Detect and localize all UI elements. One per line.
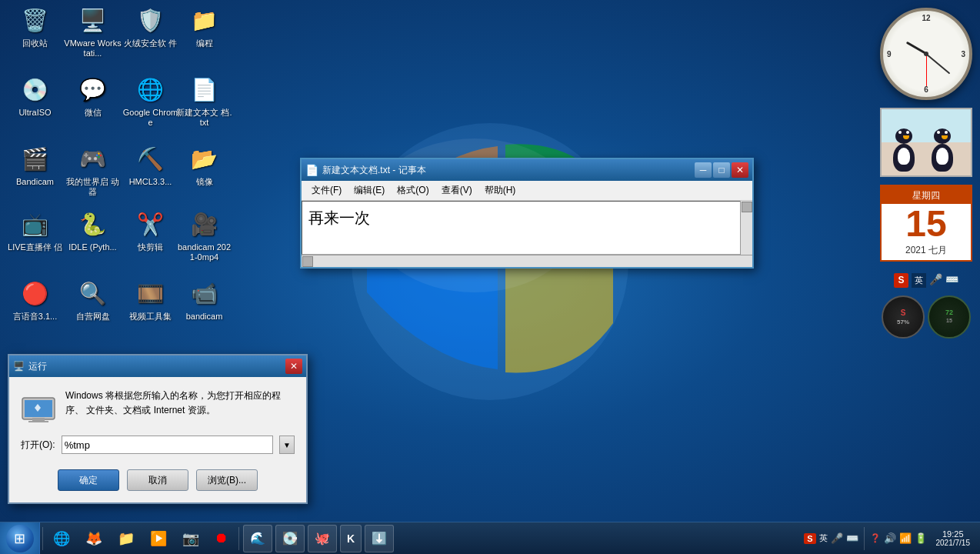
taskbar-bandicam[interactable]: ⏺ xyxy=(208,525,235,552)
tray-sogou[interactable]: S xyxy=(804,533,815,544)
notepad-menu-编辑(E)[interactable]: 编辑(E) xyxy=(348,182,391,199)
taskbar-right: S 英 🎤 ⌨️ ❓ 🔊 📶 🔋 19:25 2021/7/15 xyxy=(804,527,980,550)
desktop-icon-liveshow[interactable]: 📺LIVE直播伴 侣 xyxy=(6,208,64,252)
svg-rect-5 xyxy=(28,421,48,422)
desktop-icon-kuaishou[interactable]: ✂️快剪辑 xyxy=(122,208,179,252)
run-btn-确定[interactable]: 确定 xyxy=(58,469,119,491)
desktop-icon-idle[interactable]: 🐍IDLE (Pyth... xyxy=(64,208,122,252)
run-description: Windows 将根据您所输入的名称，为您打开相应的程序、 文件夹、文档或 In… xyxy=(65,389,295,418)
desktop-icon-lang[interactable]: 🔴言语音3.1... xyxy=(6,277,64,322)
svg-rect-4 xyxy=(32,418,45,421)
taskbar-disk[interactable]: 💽 xyxy=(275,525,305,552)
notepad-window: 📄 新建文本文档.txt - 记事本 ─ □ ✕ 文件(F)编辑(E)格式(O)… xyxy=(300,158,754,269)
clock-time: 19:25 xyxy=(936,529,971,539)
taskbar-edge[interactable]: 🌊 xyxy=(243,525,272,552)
notepad-scrollbar-vertical[interactable] xyxy=(740,201,752,255)
desktop-icon-vmware[interactable]: 🖥️VMware Workstati... xyxy=(64,4,122,58)
clock-3: 3 xyxy=(961,50,965,58)
run-btn-取消[interactable]: 取消 xyxy=(127,469,188,491)
clock-center xyxy=(924,52,928,56)
tray-mic[interactable]: 🎤 xyxy=(831,532,843,544)
start-orb: ⊞ xyxy=(6,525,34,552)
taskbar-kugou[interactable]: K xyxy=(340,525,362,552)
taskbar-explorer[interactable]: 📁 xyxy=(112,525,141,552)
run-title-icon: 🖥️ xyxy=(13,361,25,372)
notepad-content[interactable]: 再来一次 xyxy=(302,201,752,255)
run-header: Windows 将根据您所输入的名称，为您打开相应的程序、 文件夹、文档或 In… xyxy=(21,389,295,424)
run-btn-浏览(B)...[interactable]: 浏览(B)... xyxy=(196,469,258,491)
tray-divider xyxy=(864,527,865,550)
calendar-widget: 星期四 15 2021 七月 xyxy=(880,185,972,262)
run-dropdown-button[interactable]: ▼ xyxy=(279,436,295,454)
desktop-icon-bandicam[interactable]: 🎬Bandicam xyxy=(6,142,64,187)
calendar-day-number: 15 xyxy=(882,204,971,244)
microphone-icon[interactable]: 🎤 xyxy=(929,273,942,288)
tray-vol[interactable]: 🔊 xyxy=(884,532,896,544)
desktop-icon-mirror[interactable]: 📂镜像 xyxy=(175,142,233,187)
taskbar-divider-2 xyxy=(238,527,239,550)
tray-battery[interactable]: 🔋 xyxy=(915,532,927,544)
desktop: 🗑️回收站🖥️VMware Workstati...🛡️火绒安全软 件📁编程💿U… xyxy=(0,0,980,554)
taskbar-wmp[interactable]: ▶️ xyxy=(144,525,173,552)
tray-lang[interactable]: 英 xyxy=(819,532,828,544)
taskbar-ie[interactable]: 🌐 xyxy=(47,525,76,552)
desktop-icon-txtfile[interactable]: 📄新建文本文 档.txt xyxy=(175,73,233,128)
notepad-titlebar: 📄 新建文本文档.txt - 记事本 ─ □ ✕ xyxy=(302,159,752,181)
system-clock[interactable]: 19:25 2021/7/15 xyxy=(930,529,977,547)
run-buttons: 确定取消浏览(B)... xyxy=(21,466,295,491)
penguin-widget xyxy=(880,108,972,177)
notepad-title: 新建文本文档.txt - 记事本 xyxy=(322,164,691,177)
close-button[interactable]: ✕ xyxy=(732,162,748,178)
clock-minute-hand xyxy=(925,53,950,74)
run-input-row: 打开(O): ▼ xyxy=(21,436,295,454)
start-button[interactable]: ⊞ xyxy=(0,522,40,555)
notepad-title-icon: 📄 xyxy=(305,164,318,176)
notepad-menu: 文件(F)编辑(E)格式(O)查看(V)帮助(H) xyxy=(302,181,752,201)
run-input[interactable] xyxy=(62,436,273,454)
run-title: 运行 xyxy=(28,360,282,373)
desktop-icon-hmcl[interactable]: ⛏️HMCL3.3... xyxy=(122,142,179,187)
notepad-menu-查看(V)[interactable]: 查看(V) xyxy=(435,182,478,199)
notepad-scrollbar-horizontal[interactable] xyxy=(302,255,752,267)
clock-12: 12 xyxy=(922,14,930,22)
clock-9: 9 xyxy=(887,50,892,58)
run-titlebar: 🖥️ 运行 ✕ xyxy=(9,355,306,377)
windows-start-icon: ⊞ xyxy=(14,530,25,547)
desktop-icon-folder[interactable]: 📁编程 xyxy=(175,4,233,48)
desktop-icon-avivideo[interactable]: 📹bandicam xyxy=(175,277,233,322)
tray-help[interactable]: ❓ xyxy=(870,533,881,543)
sogou-icon[interactable]: S xyxy=(894,273,908,288)
clock-widget: 12 3 6 9 xyxy=(880,8,972,100)
desktop-icon-bdc2021[interactable]: 🎥bandicam 2021-0mp4 xyxy=(175,208,233,262)
run-icon xyxy=(21,389,56,424)
desktop-icon-chrome[interactable]: 🌐Google Chrome xyxy=(122,73,179,128)
calendar-year-month: 2021 七月 xyxy=(882,244,971,260)
desktop-icon-360[interactable]: 🛡️火绒安全软 件 xyxy=(122,4,179,48)
taskbar-camera[interactable]: 📷 xyxy=(176,525,205,552)
desktop-icon-ultraiso[interactable]: 💿UltraISO xyxy=(6,73,64,118)
desktop-icon-mojworld[interactable]: 🎮我的世界启 动器 xyxy=(64,142,122,197)
notepad-menu-文件(F)[interactable]: 文件(F) xyxy=(305,182,348,199)
notepad-menu-帮助(H)[interactable]: 帮助(H) xyxy=(478,182,522,199)
run-dialog: 🖥️ 运行 ✕ Windows 将根据您所输入的名称，为您打开相应的程序、 文件… xyxy=(8,354,308,504)
speed-meter-1: S57% xyxy=(882,295,925,339)
taskbar-browser[interactable]: 🦊 xyxy=(79,525,108,552)
maximize-button[interactable]: □ xyxy=(713,162,730,178)
taskbar-octopi[interactable]: 🐙 xyxy=(308,525,337,552)
input-lang-icon[interactable]: 英 xyxy=(912,273,926,288)
desktop-icon-ziyingwb[interactable]: 🔍自营网盘 xyxy=(64,277,122,322)
desktop-icon-videotools[interactable]: 🎞️视频工具集 xyxy=(122,277,179,322)
clock-6: 6 xyxy=(924,85,928,94)
run-close-button[interactable]: ✕ xyxy=(285,359,302,374)
notepad-menu-格式(O)[interactable]: 格式(O) xyxy=(391,182,435,199)
right-tray-icons: S 英 🎤 ⌨️ xyxy=(894,273,958,288)
tray-net[interactable]: 📶 xyxy=(899,532,912,544)
desktop-icon-recycle[interactable]: 🗑️回收站 xyxy=(6,4,64,48)
keyboard-icon[interactable]: ⌨️ xyxy=(945,273,958,288)
taskbar-windown[interactable]: ⬇️ xyxy=(365,525,394,552)
desktop-icon-wechat[interactable]: 💬微信 xyxy=(64,73,122,118)
run-input-label: 打开(O): xyxy=(21,439,55,452)
minimize-button[interactable]: ─ xyxy=(695,162,712,178)
run-body: Windows 将根据您所输入的名称，为您打开相应的程序、 文件夹、文档或 In… xyxy=(9,377,306,502)
tray-kb[interactable]: ⌨️ xyxy=(846,532,858,544)
